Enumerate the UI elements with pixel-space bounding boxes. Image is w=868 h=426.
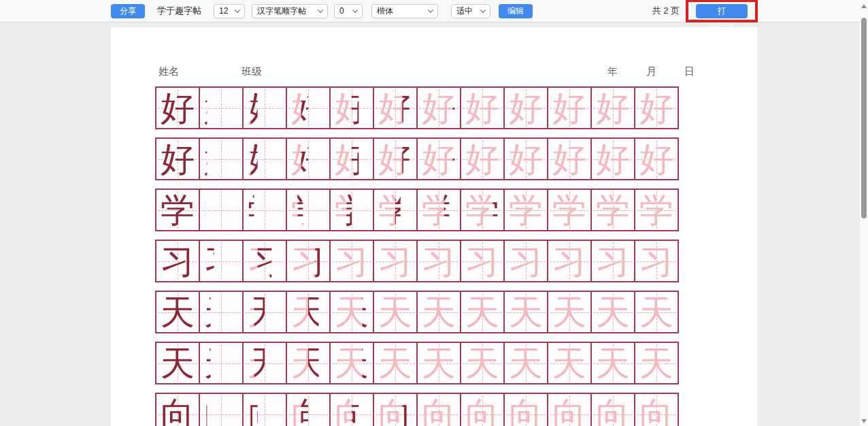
- grid-cell: 好好: [331, 137, 374, 180]
- copybook-type-select[interactable]: 汉字笔顺字帖: [252, 4, 328, 18]
- density-select[interactable]: 适中: [451, 4, 490, 18]
- grid-cell: 好: [461, 137, 505, 180]
- grid-cell: 向: [548, 393, 592, 426]
- grid-cell: 好: [200, 86, 244, 129]
- grid-cell: 习: [418, 240, 461, 282]
- character-glyph-dark: 好: [156, 88, 199, 128]
- print-pdf-button[interactable]: 打印|PDF: [696, 4, 748, 18]
- practice-row: 天天天天天天天天天天天天天天天: [155, 291, 695, 333]
- grid-cell: 天天: [287, 291, 331, 333]
- scroll-down-icon[interactable]: [861, 419, 867, 423]
- grid-cell: 天: [505, 291, 548, 333]
- grid-cell: 学学: [505, 189, 548, 231]
- grid-cell: 天: [155, 291, 200, 333]
- character-glyph-dark: 天: [200, 343, 242, 383]
- character-glyph-dark: 天: [200, 292, 242, 332]
- character-glyph-dark: 好: [156, 139, 199, 179]
- grid-cell: 好好: [287, 86, 331, 129]
- font-select[interactable]: 楷体: [371, 4, 438, 18]
- character-glyph-dark: 天: [156, 292, 199, 332]
- character-glyph-trace: 天: [592, 292, 634, 332]
- character-glyph-trace: 天: [461, 343, 503, 383]
- grid-cell: 习: [461, 240, 505, 282]
- character-glyph-trace: 习: [461, 241, 503, 281]
- month-label: 月: [646, 65, 656, 78]
- character-glyph-trace: 学: [505, 190, 547, 230]
- edit-button[interactable]: 编辑: [499, 4, 533, 18]
- grid-cell: 天: [461, 291, 505, 333]
- grid-cell: 好好: [244, 86, 287, 129]
- chevron-down-icon: [352, 7, 358, 12]
- practice-row: 向向向向向向向向向向向向向向向向向: [155, 393, 695, 426]
- character-glyph-trace: 天: [592, 343, 634, 383]
- character-glyph-trace: 习: [418, 241, 460, 281]
- character-glyph-trace: 学: [418, 190, 460, 230]
- scrollbar[interactable]: [860, 0, 868, 426]
- character-glyph-trace: 习: [548, 241, 590, 281]
- name-label: 姓名: [158, 65, 179, 78]
- character-glyph-trace: 天: [418, 292, 460, 332]
- grid-cell: 天: [155, 342, 200, 384]
- number-select[interactable]: 0: [334, 4, 363, 18]
- character-glyph-trace: 向: [592, 394, 634, 426]
- practice-row: 好好好好好好好好好好好好好好好好好: [155, 137, 695, 180]
- character-glyph-trace: 好: [592, 139, 634, 179]
- character-glyph-trace: 天: [374, 343, 416, 383]
- grid-cell: 向: [592, 393, 635, 426]
- character-glyph-trace: 向: [635, 394, 678, 426]
- grid-cell: 学: [635, 189, 679, 231]
- character-glyph-dark: 向: [200, 394, 242, 426]
- grid-cell: 向: [200, 393, 244, 426]
- grid-cell: 好: [635, 137, 679, 180]
- character-glyph-trace: 习: [592, 241, 634, 281]
- grid-cell: 好: [505, 137, 548, 180]
- toolbar: 分享 学于趣字帖 12 汉字笔顺字帖 0 楷体 适中 编辑 共 2 页 打印|P…: [0, 0, 868, 22]
- scroll-up-icon[interactable]: [861, 4, 867, 8]
- character-glyph-trace: 好: [548, 88, 590, 128]
- character-glyph-trace: 向: [244, 394, 286, 426]
- practice-row: 好好好好好好好好好好好好好好好好好: [155, 86, 695, 129]
- character-glyph-dark: 向: [156, 394, 199, 426]
- practice-row: 习习习习习习习习习习习习习习: [155, 240, 695, 282]
- share-button[interactable]: 分享: [111, 4, 145, 18]
- grid-cell: 好好: [374, 137, 418, 180]
- character-glyph-dark: 习: [156, 241, 199, 281]
- grid-cell: 天: [592, 342, 635, 384]
- character-glyph-trace: 天: [461, 292, 503, 332]
- character-glyph-trace: 天: [244, 343, 286, 383]
- grid-cell: 好: [505, 86, 548, 129]
- grid-cell: 好好: [244, 137, 287, 180]
- grid-cell: 向: [635, 393, 679, 426]
- grid-cell: 好: [548, 137, 592, 180]
- character-glyph-trace: 好: [244, 139, 286, 179]
- grid-cell: 向向: [331, 393, 374, 426]
- chevron-down-icon: [480, 7, 486, 12]
- grid-cell: 好: [548, 86, 592, 129]
- character-glyph-trace: 好: [287, 88, 329, 128]
- grid-cell: 向: [155, 393, 200, 426]
- grid-cell: 习: [548, 240, 592, 282]
- character-glyph-dark: 好: [200, 139, 242, 179]
- grid-cell: 习: [155, 240, 200, 282]
- character-glyph-trace: 天: [635, 292, 678, 332]
- grid-cell: 天: [548, 291, 592, 333]
- font-size-select[interactable]: 12: [214, 4, 245, 18]
- character-glyph-trace: 习: [635, 241, 678, 281]
- grid-cell: 天: [200, 342, 244, 384]
- grid-cell: 学学: [418, 189, 461, 231]
- character-glyph-trace: 习: [374, 241, 416, 281]
- scrollbar-thumb[interactable]: [861, 18, 867, 218]
- grid-cell: 学: [155, 189, 200, 231]
- character-glyph-trace: 好: [505, 139, 547, 179]
- character-glyph-trace: 天: [505, 343, 547, 383]
- grid-cell: 好好: [287, 137, 331, 180]
- character-glyph-trace: 好: [244, 88, 286, 128]
- grid-cell: 习: [635, 240, 679, 282]
- grid-cell: 学学: [374, 189, 418, 231]
- character-glyph-trace: 向: [505, 394, 547, 426]
- grid-cell: 习: [505, 240, 548, 282]
- practice-row: 学学学学学学学学学学学学学学学学学学学: [155, 189, 695, 231]
- character-glyph-trace: 习: [331, 241, 373, 281]
- character-glyph-trace: 天: [548, 292, 590, 332]
- font-value: 楷体: [377, 5, 393, 17]
